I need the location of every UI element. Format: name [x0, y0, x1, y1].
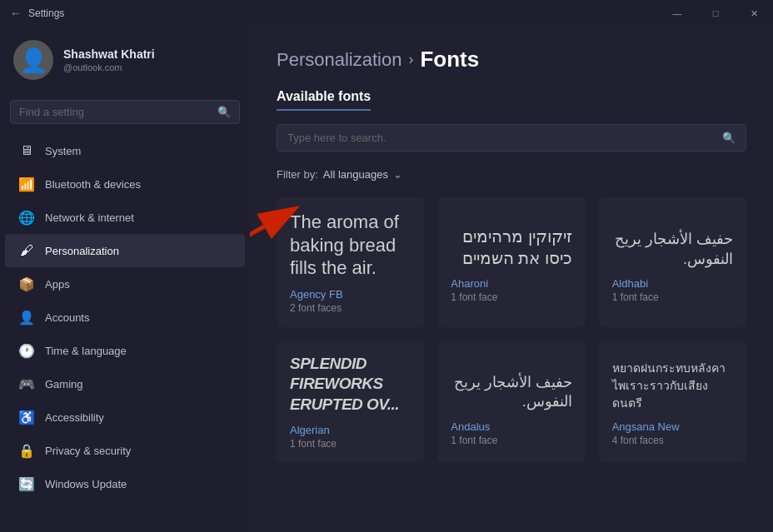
nav-label-privacy: Privacy & security: [45, 445, 131, 457]
sidebar-item-system[interactable]: 🖥 System: [5, 134, 245, 167]
nav-list: 🖥 System 📶 Bluetooth & devices 🌐 Network…: [0, 134, 250, 500]
search-icon: 🔍: [217, 106, 231, 118]
search-box: 🔍: [10, 100, 240, 124]
font-faces-andalus: 1 font face: [451, 435, 571, 446]
filter-value[interactable]: All languages: [323, 168, 388, 181]
sidebar-item-update[interactable]: 🔄 Windows Update: [5, 467, 245, 500]
app-body: 👤 Shashwat Khatri @outlook.com 🔍 🖥 Syste…: [0, 27, 773, 532]
nav-icon-privacy: 🔒: [18, 442, 35, 459]
user-info: Shashwat Khatri @outlook.com: [63, 47, 155, 72]
font-name-agency-fb: Agency FB: [290, 288, 411, 301]
nav-label-network: Network & internet: [45, 211, 134, 224]
section-title: Available fonts: [277, 89, 371, 111]
font-name-aharoni: Aharoni: [451, 277, 571, 290]
font-grid-row-2: SPLENDID FIREWORKS ERUPTED OV... Algeria…: [277, 341, 746, 463]
breadcrumb: Personalization › Fonts: [277, 47, 746, 72]
window-title: Settings: [28, 7, 64, 19]
font-card-algerian[interactable]: SPLENDID FIREWORKS ERUPTED OV... Algeria…: [277, 341, 424, 463]
nav-icon-system: 🖥: [18, 142, 35, 159]
sidebar-item-network[interactable]: 🌐 Network & internet: [5, 201, 245, 234]
sidebar-item-personalization[interactable]: 🖌 Personalization: [5, 234, 245, 267]
user-name: Shashwat Khatri: [63, 47, 155, 61]
sidebar-item-accounts[interactable]: 👤 Accounts: [5, 301, 245, 334]
search-container: 🔍: [0, 93, 250, 134]
nav-label-personalization: Personalization: [45, 245, 119, 257]
nav-icon-gaming: 🎮: [18, 375, 35, 392]
breadcrumb-separator: ›: [408, 51, 413, 68]
sidebar-item-gaming[interactable]: 🎮 Gaming: [5, 367, 245, 400]
font-preview-text-andalus: حفيف الأشجار يريح النفوس.: [451, 373, 571, 412]
font-preview-angsana: หยาดฝนกระทบหลังคาไพเราะราวกับเสียงดนตรี: [612, 354, 733, 412]
nav-label-accounts: Accounts: [45, 311, 89, 324]
font-name-algerian: Algerian: [290, 424, 411, 436]
search-input[interactable]: [19, 106, 211, 118]
nav-label-system: System: [45, 145, 81, 157]
font-search-input[interactable]: [287, 132, 716, 144]
font-grid-row-1: The aroma of baking bread fills the air.…: [277, 197, 746, 327]
sidebar-item-apps[interactable]: 📦 Apps: [5, 267, 245, 301]
nav-label-gaming: Gaming: [45, 378, 83, 390]
font-preview-andalus: حفيف الأشجار يريح النفوس.: [451, 354, 571, 412]
font-card-aldhabi[interactable]: حفيف الأشجار يريح النفوس. Aldhabi 1 font…: [599, 197, 746, 327]
font-faces-aharoni: 1 font face: [451, 291, 571, 303]
font-preview-text-aldhabi: حفيف الأشجار يريح النفوس.: [612, 230, 733, 269]
sidebar-item-accessibility[interactable]: ♿ Accessibility: [5, 400, 245, 434]
nav-label-bluetooth: Bluetooth & devices: [45, 178, 141, 191]
nav-icon-apps: 📦: [18, 276, 35, 292]
font-preview-text-algerian: SPLENDID FIREWORKS ERUPTED OV...: [290, 354, 411, 415]
font-search-box: 🔍: [277, 124, 746, 152]
nav-icon-accounts: 👤: [18, 309, 35, 326]
font-faces-aldhabi: 1 font face: [612, 291, 733, 303]
window-controls: — □ ✕: [658, 0, 773, 27]
red-arrow-indicator: [250, 206, 293, 281]
filter-dropdown-icon[interactable]: ⌄: [393, 168, 402, 181]
user-profile[interactable]: 👤 Shashwat Khatri @outlook.com: [0, 27, 250, 93]
avatar: 👤: [13, 40, 53, 80]
maximize-button[interactable]: □: [696, 0, 735, 27]
font-faces-algerian: 1 font face: [290, 438, 411, 450]
nav-icon-personalization: 🖌: [18, 242, 35, 259]
font-card-andalus[interactable]: حفيف الأشجار يريح النفوس. Andalus 1 font…: [437, 341, 585, 463]
font-preview-agency-fb: The aroma of baking bread fills the air.: [290, 211, 411, 280]
nav-icon-network: 🌐: [18, 209, 35, 226]
titlebar: ← Settings — □ ✕: [0, 0, 773, 27]
nav-icon-bluetooth: 📶: [18, 176, 35, 192]
breadcrumb-parent[interactable]: Personalization: [277, 49, 401, 71]
font-card-angsana-new[interactable]: หยาดฝนกระทบหลังคาไพเราะราวกับเสียงดนตรี …: [599, 341, 746, 463]
font-name-andalus: Andalus: [451, 420, 571, 433]
filter-label: Filter by:: [277, 168, 318, 181]
nav-icon-time: 🕐: [18, 342, 35, 359]
nav-label-accessibility: Accessibility: [45, 411, 104, 424]
font-preview-text-angsana: หยาดฝนกระทบหลังคาไพเราะราวกับเสียงดนตรี: [612, 360, 733, 412]
user-email: @outlook.com: [63, 62, 155, 72]
sidebar-item-time[interactable]: 🕐 Time & language: [5, 334, 245, 367]
avatar-icon: 👤: [19, 47, 48, 74]
font-preview-text-aharoni: זיקוקין מרהימים כיסו את השמיים: [451, 226, 571, 269]
breadcrumb-current: Fonts: [420, 47, 479, 72]
font-faces-angsana-new: 4 font faces: [612, 435, 733, 446]
font-preview-algerian: SPLENDID FIREWORKS ERUPTED OV...: [290, 354, 411, 415]
nav-icon-accessibility: ♿: [18, 409, 35, 425]
font-card-agency-fb[interactable]: The aroma of baking bread fills the air.…: [277, 197, 424, 327]
minimize-button[interactable]: —: [658, 0, 696, 27]
font-search-icon: 🔍: [722, 132, 736, 144]
nav-icon-update: 🔄: [18, 475, 35, 492]
nav-label-apps: Apps: [45, 278, 70, 291]
font-faces-agency-fb: 2 font faces: [290, 302, 411, 314]
font-card-aharoni[interactable]: זיקוקין מרהימים כיסו את השמיים Aharoni 1…: [437, 197, 585, 327]
sidebar-item-bluetooth[interactable]: 📶 Bluetooth & devices: [5, 167, 245, 201]
content-area: Personalization › Fonts Available fonts …: [250, 27, 773, 532]
nav-label-update: Windows Update: [45, 478, 127, 490]
filter-bar: Filter by: All languages ⌄: [277, 168, 746, 181]
sidebar: 👤 Shashwat Khatri @outlook.com 🔍 🖥 Syste…: [0, 27, 250, 532]
back-button[interactable]: ←: [10, 7, 22, 20]
font-preview-aldhabi: حفيف الأشجار يريح النفوس.: [612, 211, 733, 269]
close-button[interactable]: ✕: [735, 0, 773, 27]
font-name-aldhabi: Aldhabi: [612, 277, 733, 290]
font-name-angsana-new: Angsana New: [612, 420, 733, 433]
svg-line-1: [250, 226, 264, 272]
sidebar-item-privacy[interactable]: 🔒 Privacy & security: [5, 434, 245, 467]
font-preview-text-agency-fb: The aroma of baking bread fills the air.: [290, 211, 411, 280]
font-preview-aharoni: זיקוקין מרהימים כיסו את השמיים: [451, 211, 571, 269]
nav-label-time: Time & language: [45, 345, 127, 357]
